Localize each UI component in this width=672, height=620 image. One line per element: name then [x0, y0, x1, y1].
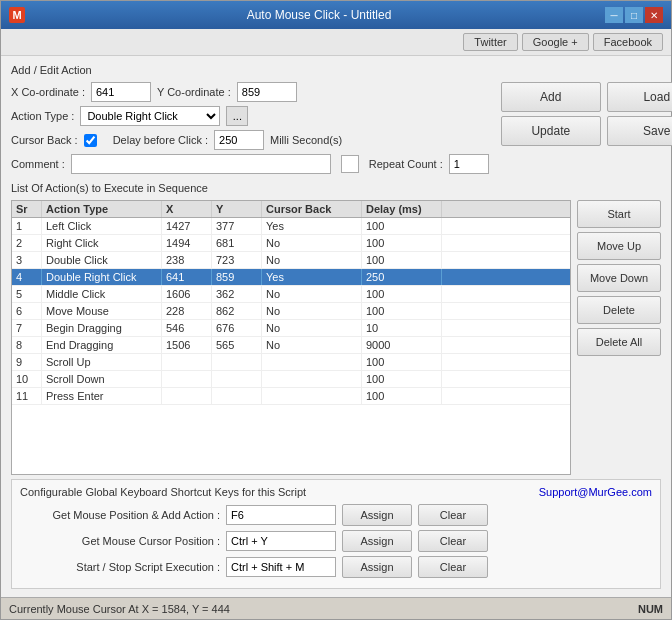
cell-action: Right Click — [42, 235, 162, 251]
cell-y: 681 — [212, 235, 262, 251]
shortcut-row: Get Mouse Position & Add Action : Assign… — [20, 504, 652, 526]
cell-delay: 10 — [362, 320, 442, 336]
table-row[interactable]: 3 Double Click 238 723 No 100 — [12, 252, 570, 269]
cell-action: Middle Click — [42, 286, 162, 302]
table-row[interactable]: 2 Right Click 1494 681 No 100 — [12, 235, 570, 252]
coord-row: X Co-ordinate : Y Co-ordinate : — [11, 82, 489, 102]
load-button[interactable]: Load — [607, 82, 672, 112]
delay-input[interactable] — [214, 130, 264, 150]
shortcut-input-2[interactable] — [226, 557, 336, 577]
clear-button-1[interactable]: Clear — [418, 530, 488, 552]
cell-y: 377 — [212, 218, 262, 234]
table-row[interactable]: 10 Scroll Down 100 — [12, 371, 570, 388]
list-section-label: List Of Action(s) to Execute in Sequence — [11, 182, 661, 194]
repeat-checkbox[interactable] — [341, 155, 359, 173]
action-type-select[interactable]: Left Click Right Click Double Click Doub… — [80, 106, 220, 126]
clear-button-0[interactable]: Clear — [418, 504, 488, 526]
table-row[interactable]: 5 Middle Click 1606 362 No 100 — [12, 286, 570, 303]
table-row[interactable]: 9 Scroll Up 100 — [12, 354, 570, 371]
save-button[interactable]: Save — [607, 116, 672, 146]
cell-delay: 9000 — [362, 337, 442, 353]
cell-delay: 100 — [362, 252, 442, 268]
y-coord-input[interactable] — [237, 82, 297, 102]
cell-y: 565 — [212, 337, 262, 353]
cell-delay: 100 — [362, 235, 442, 251]
cell-sr: 11 — [12, 388, 42, 404]
cell-y: 723 — [212, 252, 262, 268]
cell-action: Scroll Down — [42, 371, 162, 387]
header-action-type: Action Type — [42, 201, 162, 217]
cell-cursor-back — [262, 371, 362, 387]
support-link[interactable]: Support@MurGee.com — [539, 486, 652, 498]
cursor-delay-row: Cursor Back : Delay before Click : Milli… — [11, 130, 489, 150]
cell-y: 676 — [212, 320, 262, 336]
cell-delay: 100 — [362, 218, 442, 234]
shortcut-input-1[interactable] — [226, 531, 336, 551]
comment-input[interactable] — [71, 154, 331, 174]
table-row[interactable]: 6 Move Mouse 228 862 No 100 — [12, 303, 570, 320]
google-plus-button[interactable]: Google + — [522, 33, 589, 51]
list-body[interactable]: 1 Left Click 1427 377 Yes 100 2 Right Cl… — [12, 218, 570, 474]
table-row[interactable]: 1 Left Click 1427 377 Yes 100 — [12, 218, 570, 235]
cell-x: 1606 — [162, 286, 212, 302]
header-delay: Delay (ms) — [362, 201, 442, 217]
cell-y: 862 — [212, 303, 262, 319]
cell-cursor-back: No — [262, 252, 362, 268]
shortcut-section-label: Configurable Global Keyboard Shortcut Ke… — [20, 486, 306, 498]
move-down-button[interactable]: Move Down — [577, 264, 661, 292]
table-row[interactable]: 7 Begin Dragging 546 676 No 10 — [12, 320, 570, 337]
cell-sr: 6 — [12, 303, 42, 319]
facebook-button[interactable]: Facebook — [593, 33, 663, 51]
cell-y: 362 — [212, 286, 262, 302]
dots-button[interactable]: ... — [226, 106, 248, 126]
move-up-button[interactable]: Move Up — [577, 232, 661, 260]
cell-delay: 100 — [362, 303, 442, 319]
cell-action: Scroll Up — [42, 354, 162, 370]
close-button[interactable]: ✕ — [645, 7, 663, 23]
cell-y — [212, 354, 262, 370]
start-button[interactable]: Start — [577, 200, 661, 228]
maximize-button[interactable]: □ — [625, 7, 643, 23]
status-text: Currently Mouse Cursor At X = 1584, Y = … — [9, 603, 230, 615]
table-row[interactable]: 8 End Dragging 1506 565 No 9000 — [12, 337, 570, 354]
header-cursor-back: Cursor Back — [262, 201, 362, 217]
cell-cursor-back: No — [262, 337, 362, 353]
shortcut-row: Get Mouse Cursor Position : Assign Clear — [20, 530, 652, 552]
app-icon: M — [9, 7, 25, 23]
cell-delay: 100 — [362, 371, 442, 387]
action-buttons: Add Load Update Save — [501, 82, 672, 146]
cell-sr: 8 — [12, 337, 42, 353]
delete-all-button[interactable]: Delete All — [577, 328, 661, 356]
shortcut-rows: Get Mouse Position & Add Action : Assign… — [20, 504, 652, 578]
form-left: X Co-ordinate : Y Co-ordinate : Action T… — [11, 82, 489, 174]
cell-x — [162, 388, 212, 404]
window-title: Auto Mouse Click - Untitled — [33, 8, 605, 22]
list-section: Sr Action Type X Y Cursor Back Delay (ms… — [11, 200, 661, 475]
table-row[interactable]: 4 Double Right Click 641 859 Yes 250 — [12, 269, 570, 286]
update-button[interactable]: Update — [501, 116, 601, 146]
assign-button-0[interactable]: Assign — [342, 504, 412, 526]
shortcut-input-0[interactable] — [226, 505, 336, 525]
twitter-button[interactable]: Twitter — [463, 33, 517, 51]
cell-cursor-back — [262, 388, 362, 404]
minimize-button[interactable]: ─ — [605, 7, 623, 23]
repeat-count-input[interactable] — [449, 154, 489, 174]
cell-cursor-back: No — [262, 320, 362, 336]
cell-y: 859 — [212, 269, 262, 285]
cell-action: Begin Dragging — [42, 320, 162, 336]
cell-sr: 3 — [12, 252, 42, 268]
cursor-back-checkbox[interactable] — [84, 134, 97, 147]
assign-button-1[interactable]: Assign — [342, 530, 412, 552]
x-coord-input[interactable] — [91, 82, 151, 102]
assign-button-2[interactable]: Assign — [342, 556, 412, 578]
main-content: Add / Edit Action X Co-ordinate : Y Co-o… — [1, 56, 671, 597]
comment-row: Comment : Repeat Count : — [11, 154, 489, 174]
shortcut-label-2: Start / Stop Script Execution : — [20, 561, 220, 573]
table-row[interactable]: 11 Press Enter 100 — [12, 388, 570, 405]
clear-button-2[interactable]: Clear — [418, 556, 488, 578]
cell-x: 1506 — [162, 337, 212, 353]
cell-sr: 9 — [12, 354, 42, 370]
add-button[interactable]: Add — [501, 82, 601, 112]
header-sr: Sr — [12, 201, 42, 217]
delete-button[interactable]: Delete — [577, 296, 661, 324]
